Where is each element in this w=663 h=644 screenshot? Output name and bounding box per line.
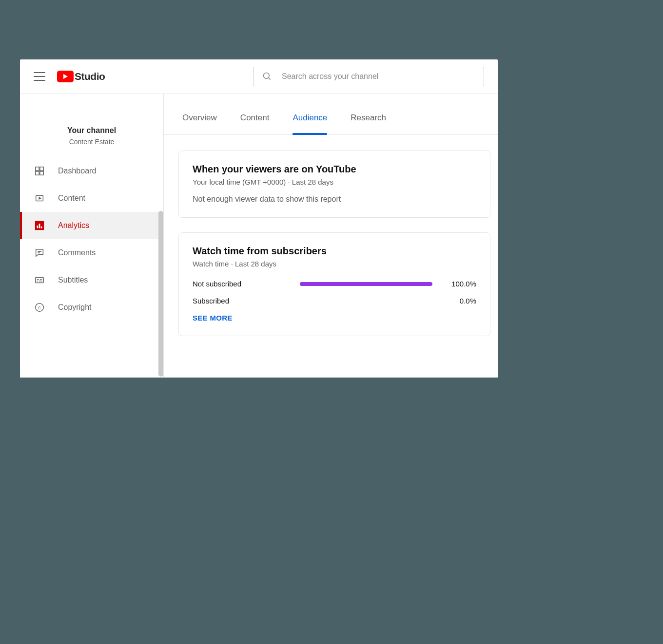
tab-overview[interactable]: Overview <box>182 113 217 134</box>
channel-title: Your channel <box>30 126 154 135</box>
svg-point-0 <box>264 73 270 79</box>
dashboard-icon <box>34 165 45 177</box>
svg-rect-5 <box>40 171 43 175</box>
metric-value: 100.0% <box>442 280 476 288</box>
metric-label: Subscribed <box>193 297 290 305</box>
comments-icon <box>34 247 45 259</box>
card-subtitle: Your local time (GMT +0000) · Last 28 da… <box>193 178 476 186</box>
svg-rect-10 <box>39 224 40 228</box>
sidebar-item-label: Comments <box>58 248 96 257</box>
search-box[interactable] <box>253 67 484 86</box>
copyright-icon: c <box>34 302 45 313</box>
sidebar: Your channel Content Estate Dashboard Co… <box>20 94 164 378</box>
sidebar-item-label: Subtitles <box>58 276 88 284</box>
bar-fill <box>300 282 432 286</box>
metric-row: Subscribed 0.0% <box>193 297 476 305</box>
see-more-link[interactable]: SEE MORE <box>193 314 476 322</box>
watchtime-card: Watch time from subscribers Watch time ·… <box>178 232 490 336</box>
app-window: Studio Your channel Content Estate Dashb… <box>20 59 498 378</box>
svg-rect-3 <box>40 167 43 170</box>
sidebar-item-comments[interactable]: Comments <box>20 239 163 266</box>
sidebar-item-content[interactable]: Content <box>20 185 163 212</box>
topbar: Studio <box>20 59 498 94</box>
sidebar-item-label: Copyright <box>58 303 91 312</box>
sidebar-item-analytics[interactable]: Analytics <box>20 212 163 239</box>
tab-content[interactable]: Content <box>240 113 270 134</box>
card-message: Not enough viewer data to show this repo… <box>193 195 476 204</box>
svg-rect-2 <box>36 167 39 170</box>
svg-text:c: c <box>38 305 40 310</box>
svg-rect-4 <box>36 171 39 175</box>
card-title: When your viewers are on YouTube <box>193 164 476 175</box>
subtitles-icon <box>34 274 45 286</box>
svg-rect-14 <box>36 278 44 283</box>
scrollbar[interactable] <box>158 211 163 377</box>
svg-marker-7 <box>39 197 41 199</box>
tabs: Overview Content Audience Research <box>164 94 498 135</box>
search-input[interactable] <box>282 72 475 81</box>
logo[interactable]: Studio <box>57 71 105 82</box>
metric-value: 0.0% <box>442 297 476 305</box>
app-body: Your channel Content Estate Dashboard Co… <box>20 94 498 378</box>
card-title: Watch time from subscribers <box>193 246 476 257</box>
search-wrap <box>253 67 484 86</box>
svg-rect-9 <box>37 226 39 228</box>
tab-research[interactable]: Research <box>351 113 386 134</box>
metric-label: Not subscribed <box>193 280 290 288</box>
bar-track <box>300 299 432 303</box>
svg-rect-11 <box>41 227 42 228</box>
svg-line-1 <box>269 78 271 80</box>
logo-text: Studio <box>75 71 105 82</box>
menu-icon[interactable] <box>34 72 45 81</box>
analytics-icon <box>34 220 45 231</box>
sidebar-item-copyright[interactable]: c Copyright <box>20 294 163 321</box>
content-icon <box>34 192 45 204</box>
viewers-card: When your viewers are on YouTube Your lo… <box>178 151 490 218</box>
sidebar-item-subtitles[interactable]: Subtitles <box>20 266 163 294</box>
main-content: Overview Content Audience Research When … <box>164 94 498 378</box>
sidebar-item-label: Dashboard <box>58 167 96 175</box>
channel-block: Your channel Content Estate <box>20 94 163 157</box>
search-icon <box>262 72 272 81</box>
tab-audience[interactable]: Audience <box>292 113 327 134</box>
card-subtitle: Watch time · Last 28 days <box>193 260 476 268</box>
sidebar-item-label: Analytics <box>58 221 89 230</box>
sidebar-item-dashboard[interactable]: Dashboard <box>20 157 163 185</box>
metric-row: Not subscribed 100.0% <box>193 280 476 288</box>
channel-name: Content Estate <box>30 138 154 146</box>
sidebar-item-label: Content <box>58 194 85 203</box>
bar-track <box>300 282 432 286</box>
cards-container: When your viewers are on YouTube Your lo… <box>164 135 498 336</box>
youtube-icon <box>57 71 74 82</box>
